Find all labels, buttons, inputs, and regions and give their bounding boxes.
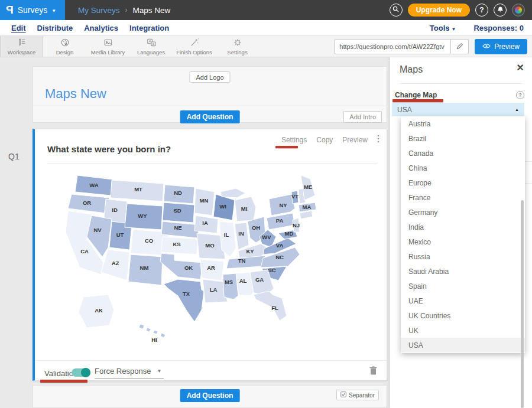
notifications-button[interactable] <box>494 4 507 17</box>
upgrade-now-button[interactable]: Upgrade Now <box>408 4 470 17</box>
preview-button[interactable]: Preview <box>475 39 527 54</box>
map-state-label-TX: TX <box>183 291 190 297</box>
workspace-icon <box>17 38 27 48</box>
map-option-russia[interactable]: Russia <box>401 249 525 264</box>
map-state-label-PA: PA <box>276 217 284 224</box>
toolbar-item-workspace[interactable]: Workspace <box>0 36 43 57</box>
edit-url-button[interactable] <box>451 39 469 54</box>
toolbar-item-settings[interactable]: Settings <box>216 36 259 57</box>
toolbar-item-media-library[interactable]: Media Library <box>86 36 129 57</box>
map-state-label-OR: OR <box>83 200 91 206</box>
map-option-brazil[interactable]: Brazil <box>401 131 525 146</box>
section-tabbar: EditDistributeAnalyticsIntegration Tools… <box>0 20 532 36</box>
map-state-label-NM: NM <box>140 265 149 271</box>
map-state-label-ID: ID <box>112 207 118 213</box>
add-question-button-top[interactable]: Add Question <box>180 110 240 123</box>
survey-url-input[interactable] <box>334 39 451 54</box>
question-more-menu[interactable] <box>377 135 379 145</box>
help-button[interactable]: ? <box>475 4 488 17</box>
checkbox-checked-icon <box>340 391 346 399</box>
questionpro-logo: P <box>6 4 14 17</box>
question-text[interactable]: What state were you born in? <box>47 144 171 154</box>
bell-icon <box>497 6 504 15</box>
question-preview-link[interactable]: Preview <box>342 136 368 144</box>
close-icon[interactable]: × <box>517 61 524 74</box>
map-state-HI[interactable] <box>139 324 166 338</box>
tab-distribute[interactable]: Distribute <box>37 24 73 32</box>
profile-avatar[interactable] <box>512 4 525 17</box>
map-option-france[interactable]: France <box>401 190 525 205</box>
question-copy-link[interactable]: Copy <box>316 136 333 144</box>
responses-count: Responses: 0 <box>473 24 524 32</box>
tab-edit[interactable]: Edit <box>11 24 26 32</box>
map-state-OK[interactable] <box>160 253 203 279</box>
map-option-austria[interactable]: Austria <box>401 116 525 131</box>
chevron-down-icon: ▼ <box>51 8 56 14</box>
map-select[interactable]: USA ▲ <box>392 103 524 116</box>
add-intro-button[interactable]: Add Intro <box>343 111 382 123</box>
add-question-button-bottom[interactable]: Add Question <box>180 389 240 402</box>
map-state-label-NE: NE <box>174 224 181 231</box>
map-state-MS[interactable] <box>223 273 238 299</box>
product-name: Surveys <box>18 5 48 15</box>
map-state-label-AR: AR <box>207 265 215 271</box>
map-state-label-OH: OH <box>252 224 260 231</box>
tab-analytics[interactable]: Analytics <box>84 24 118 32</box>
tools-dropdown[interactable]: Tools▼ <box>430 24 456 32</box>
add-question-row: Add Question Separator <box>33 385 387 408</box>
map-option-china[interactable]: China <box>401 161 525 175</box>
map-option-uk[interactable]: UK <box>401 323 525 338</box>
delete-question-button[interactable] <box>369 366 377 377</box>
tab-integration[interactable]: Integration <box>129 24 169 32</box>
map-state-label-OK: OK <box>184 265 193 271</box>
map-state-FL[interactable] <box>254 291 287 321</box>
help-icon[interactable]: ? <box>516 91 524 99</box>
toolbar-item-languages[interactable]: AaLanguages <box>129 36 173 57</box>
map-option-spain[interactable]: Spain <box>401 279 525 293</box>
map-state-label-FL: FL <box>271 305 278 311</box>
survey-title[interactable]: Maps New <box>45 86 106 102</box>
map-option-canada[interactable]: Canada <box>401 146 525 161</box>
map-option-usa[interactable]: USA <box>401 338 525 352</box>
toolbar-item-finish-options[interactable]: Finish Options <box>173 36 216 57</box>
eye-icon <box>482 43 491 51</box>
question-text-underline <box>47 164 377 164</box>
breadcrumb-current: Maps New <box>133 6 171 15</box>
toolbar-item-design[interactable]: Design <box>43 36 86 57</box>
map-state-label-NJ: NJ <box>293 222 300 229</box>
top-header: P Surveys ▼ My Surveys › Maps New Upgrad… <box>0 0 532 20</box>
map-option-uae[interactable]: UAE <box>401 293 525 308</box>
chevron-down-icon: ▼ <box>452 27 456 32</box>
force-response-dropdown[interactable]: Force Response▼ <box>95 367 164 378</box>
product-switcher[interactable]: P Surveys ▼ <box>0 0 65 20</box>
map-option-saudi-arabia[interactable]: Saudi Arabia <box>401 264 525 279</box>
add-logo-button[interactable]: Add Logo <box>189 71 230 83</box>
vertical-dots-icon <box>377 136 379 145</box>
map-state-label-WV: WV <box>262 234 271 240</box>
divider <box>35 360 387 361</box>
map-state-AL[interactable] <box>236 272 254 296</box>
separator-toggle[interactable]: Separator <box>336 390 379 400</box>
question-card: Settings Copy Preview What state were yo… <box>33 129 387 381</box>
map-option-europe[interactable]: Europe <box>401 175 525 190</box>
dropdown-scrollbar[interactable] <box>521 200 524 408</box>
breadcrumb-my-surveys[interactable]: My Surveys <box>78 6 120 15</box>
map-state-label-MA: MA <box>303 204 312 210</box>
map-state-CT[interactable] <box>300 211 313 219</box>
map-option-uk-countries[interactable]: UK Countries <box>401 308 525 323</box>
map-option-germany[interactable]: Germany <box>401 205 525 220</box>
question-settings-link[interactable]: Settings <box>281 136 307 144</box>
map-option-mexico[interactable]: Mexico <box>401 234 525 249</box>
map-state-label-AL: AL <box>239 278 247 284</box>
map-option-india[interactable]: India <box>401 220 525 234</box>
map-state-label-NY: NY <box>279 202 287 208</box>
search-button[interactable] <box>390 4 403 17</box>
validation-toggle[interactable] <box>72 368 90 377</box>
map-state-label-UT: UT <box>116 231 124 238</box>
map-state-TN[interactable] <box>226 256 265 269</box>
editor-toolbar: WorkspaceDesignMedia LibraryAaLanguagesF… <box>0 36 532 57</box>
map-select-value: USA <box>392 106 412 114</box>
map-state-TX[interactable] <box>164 279 204 322</box>
annotation-change-map-underline <box>392 99 443 102</box>
trash-icon <box>369 367 377 377</box>
